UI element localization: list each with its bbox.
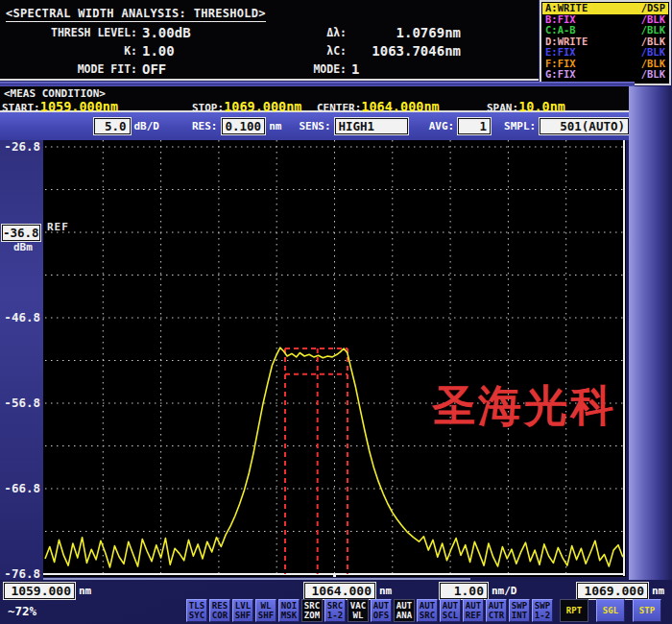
settings-row: 5.0 dB/D RES: 0.100 nm SENS: HIGH1 AVG: … <box>0 112 629 140</box>
softkey-swp-int[interactable]: SWPINT <box>509 599 530 622</box>
softkey-sgl[interactable]: SGL <box>596 599 625 622</box>
trace-id: A:WRITE <box>545 3 588 14</box>
k-label: K: <box>6 42 142 60</box>
softkey-label: AUT <box>441 601 460 611</box>
softkey-label: LVL <box>233 601 252 611</box>
softkey-label: CTR <box>487 611 506 620</box>
softkey-label: SRC <box>325 601 345 611</box>
trace-row[interactable]: E:FIX/BLK <box>542 47 668 59</box>
softkey-label: MSK <box>279 611 299 620</box>
softkey-label: AUT <box>418 601 437 611</box>
softkey-res-cor[interactable]: RESCOR <box>209 599 230 622</box>
level-scale-field[interactable]: 5.0 <box>94 118 131 134</box>
softkey-label: VAC <box>348 601 368 611</box>
softkey-label: TLS <box>187 601 206 611</box>
y-axis-label: -46.8 <box>2 310 40 324</box>
softkey-wl-shf[interactable]: WLSHF <box>255 599 276 622</box>
y-axis-label: -56.8 <box>2 396 40 410</box>
lambda-c-label: λC: <box>296 42 351 60</box>
meas-condition-title: <MEAS CONDITION> <box>0 86 633 100</box>
softkey-tls-syc[interactable]: TLSSYC <box>186 599 207 622</box>
softkey-label: SHF <box>256 611 276 620</box>
softkey-stp[interactable]: STP <box>633 599 661 622</box>
osa-screen: <SPECTRAL WIDTH ANALYSIS: THRESHOLD> THR… <box>0 0 672 624</box>
trace-status: /BLK <box>641 69 665 81</box>
softkey-label: REF <box>464 611 483 620</box>
softkey-src-zom[interactable]: SRCZOM <box>301 599 323 622</box>
x-scale-group: 1.00 nm/D <box>440 583 517 599</box>
meas-condition-panel: <MEAS CONDITION> START: 1059.000nm STOP:… <box>0 86 635 112</box>
trace-row[interactable]: A:WRITE/DSP <box>542 3 668 14</box>
spectrum-plot <box>43 140 626 577</box>
softkey-label: 1-2 <box>325 611 345 620</box>
y-axis-gutter <box>0 140 43 580</box>
x-stop-group: 1069.000 nm <box>577 583 664 599</box>
softkey-aut-ofs[interactable]: AUTOFS <box>371 599 392 622</box>
x-stop-field[interactable]: 1069.000 <box>577 583 648 599</box>
softkey-label: SHF <box>233 611 252 620</box>
softkey-label: SRC <box>418 611 437 620</box>
delta-lambda-label: Δλ: <box>296 24 351 42</box>
smpl-field[interactable]: 501(AUTO) <box>540 118 629 134</box>
mode-fit-value: OFF <box>142 60 296 79</box>
spectral-width-analysis-panel: <SPECTRAL WIDTH ANALYSIS: THRESHOLD> THR… <box>0 0 539 81</box>
softkey-label: NOI <box>279 601 299 611</box>
softkey-label: RES <box>210 601 229 611</box>
softkey-label: ANA <box>395 611 414 620</box>
sens-field[interactable]: HIGH1 <box>335 118 408 134</box>
avg-label: AVG: <box>429 120 455 132</box>
softkey-label: SYC <box>187 611 206 620</box>
x-start-unit: nm <box>79 585 91 597</box>
softkey-label: RPT <box>561 606 588 615</box>
mode-fit-label: MODE FIT: <box>6 60 142 79</box>
x-scale-unit: nm/D <box>492 585 517 597</box>
span-position-bar[interactable] <box>43 578 470 580</box>
softkey-src-1-2[interactable]: SRC1-2 <box>324 599 346 622</box>
softkey-label: SGL <box>597 606 624 615</box>
res-label: RES: <box>192 120 218 132</box>
k-value: 1.00 <box>142 42 296 60</box>
trace-row[interactable]: C:A-B/BLK <box>542 25 668 36</box>
trace-status: /BLK <box>641 47 665 59</box>
avg-field[interactable]: 1 <box>458 118 491 134</box>
softkey-label: OFS <box>372 611 391 620</box>
thresh-level-label: THRESH LEVEL: <box>6 24 142 42</box>
x-center-group: 1064.000 nm <box>304 583 392 599</box>
softkey-noi-msk[interactable]: NOIMSK <box>278 599 300 622</box>
right-bevel-strip <box>629 86 672 580</box>
x-stop-unit: nm <box>652 585 664 597</box>
ref-level-value[interactable]: -36.8 <box>2 225 40 241</box>
trace-id: C:A-B <box>545 25 576 36</box>
softkey-lvl-shf[interactable]: LVLSHF <box>232 599 253 622</box>
delta-lambda-value: 1.0769nm <box>351 24 461 42</box>
lambda-c-value: 1063.7046nm <box>351 42 461 60</box>
softkey-aut-ref[interactable]: AUTREF <box>463 599 484 622</box>
softkey-swp-1-2[interactable]: SWP1-2 <box>532 599 553 622</box>
softkey-label: AUT <box>372 601 391 611</box>
softkey-label: COR <box>210 611 229 620</box>
analysis-results: THRESH LEVEL: 3.00dB Δλ: 1.0769nm K: 1.0… <box>6 24 539 79</box>
res-field[interactable]: 0.100 <box>222 118 266 134</box>
x-start-field[interactable]: 1059.000 <box>4 583 75 599</box>
softkey-rpt[interactable]: RPT <box>560 599 588 622</box>
trace-status: /DSP <box>641 3 665 14</box>
analysis-title: <SPECTRAL WIDTH ANALYSIS: THRESHOLD> <box>6 7 266 22</box>
softkey-label: INT <box>510 611 529 620</box>
softkey-vac-wl[interactable]: VACWL <box>348 599 369 622</box>
softkey-aut-ctr[interactable]: AUTCTR <box>486 599 507 622</box>
softkey-aut-ana[interactable]: AUTANA <box>394 599 415 622</box>
softkey-aut-scl[interactable]: AUTSCL <box>440 599 461 622</box>
watermark-text: 圣海光科 <box>432 384 616 427</box>
x-center-field[interactable]: 1064.000 <box>304 583 375 599</box>
x-scale-field[interactable]: 1.00 <box>440 583 488 599</box>
softkey-label: WL <box>256 601 276 611</box>
level-scale-unit: dB/D <box>134 120 160 132</box>
trace-row[interactable]: G:FIX/BLK <box>542 69 668 81</box>
softkey-label: STP <box>634 606 660 615</box>
softkey-label: AUT <box>395 601 414 611</box>
meas-values: START: 1059.000nm STOP: 1069.000nm CENTE… <box>0 100 633 112</box>
progress-percent: ~72% <box>8 604 36 618</box>
softkey-aut-src[interactable]: AUTSRC <box>417 599 438 622</box>
softkey-label: WL <box>348 611 368 620</box>
softkey-label: AUT <box>487 601 506 611</box>
